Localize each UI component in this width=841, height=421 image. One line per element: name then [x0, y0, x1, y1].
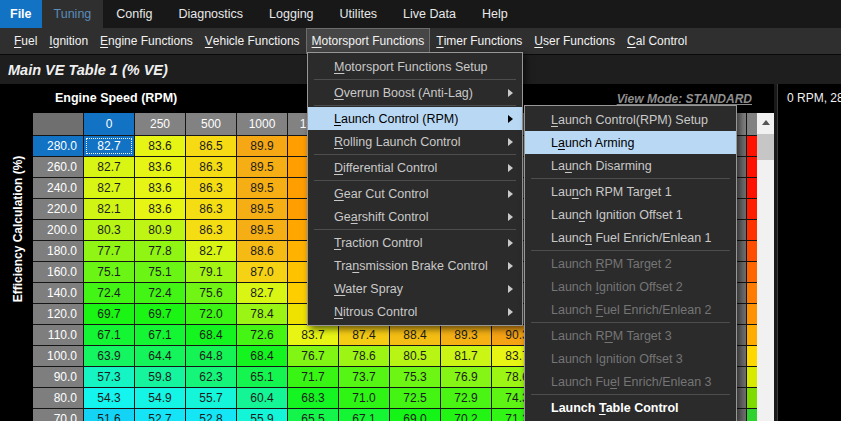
- table-cell[interactable]: 72.9: [441, 388, 491, 408]
- table-cell[interactable]: 87.4: [339, 325, 389, 345]
- table-cell[interactable]: [747, 262, 757, 282]
- table-cell[interactable]: 83.6: [135, 157, 185, 177]
- table-cell[interactable]: [747, 325, 757, 345]
- menu-item-gear-cut-control[interactable]: Gear Cut Control: [308, 182, 522, 205]
- table-cell[interactable]: 78.4: [237, 304, 287, 324]
- table-cell[interactable]: 70.2: [441, 409, 491, 421]
- menubar-item-config[interactable]: Config: [105, 0, 163, 28]
- menu-item-launch-control-rpm-setup[interactable]: Launch Control(RPM) Setup: [525, 108, 736, 131]
- row-header-220-0[interactable]: 220.0: [33, 199, 83, 219]
- table-cell[interactable]: [747, 346, 757, 366]
- menu-item-launch-arming[interactable]: Launch Arming: [525, 131, 736, 154]
- table-cell[interactable]: 86.3: [186, 199, 236, 219]
- row-header-100-0[interactable]: 100.0: [33, 346, 83, 366]
- menubar-item-fuel[interactable]: Fuel: [8, 28, 43, 54]
- table-cell[interactable]: [747, 136, 757, 156]
- table-cell[interactable]: [747, 304, 757, 324]
- table-cell[interactable]: 82.7: [84, 136, 134, 156]
- row-header-200-0[interactable]: 200.0: [33, 220, 83, 240]
- table-cell[interactable]: 87.0: [237, 262, 287, 282]
- menu-item-launch-control-rpm[interactable]: Launch Control (RPM): [308, 107, 522, 130]
- table-cell[interactable]: 86.3: [186, 220, 236, 240]
- table-cell[interactable]: 82.7: [84, 157, 134, 177]
- table-cell[interactable]: 82.1: [84, 199, 134, 219]
- table-cell[interactable]: 80.3: [84, 220, 134, 240]
- col-header-500[interactable]: 500: [186, 113, 236, 135]
- menu-item-differential-control[interactable]: Differential Control: [308, 156, 522, 179]
- table-cell[interactable]: 72.4: [84, 283, 134, 303]
- menubar-item-tuning[interactable]: Tuning: [42, 0, 104, 28]
- row-header-110-0[interactable]: 110.0: [33, 325, 83, 345]
- menu-item-transmission-brake-control[interactable]: Transmission Brake Control: [308, 254, 522, 277]
- col-header-1000[interactable]: 1000: [237, 113, 287, 135]
- menubar-item-user-functions[interactable]: User Functions: [528, 28, 621, 54]
- menubar-item-motorsport-functions[interactable]: Motorsport Functions: [306, 28, 431, 54]
- table-cell[interactable]: 68.4: [237, 346, 287, 366]
- menubar-item-file[interactable]: File: [0, 0, 42, 28]
- table-cell[interactable]: 88.6: [237, 241, 287, 261]
- table-cell[interactable]: [747, 409, 757, 421]
- table-cell[interactable]: 89.5: [237, 157, 287, 177]
- menu-item-water-spray[interactable]: Water Spray: [308, 277, 522, 300]
- row-header-240-0[interactable]: 240.0: [33, 178, 83, 198]
- table-cell[interactable]: 68.4: [186, 325, 236, 345]
- col-header-hidden-13[interactable]: [747, 113, 757, 135]
- table-cell[interactable]: 83.7: [288, 325, 338, 345]
- table-cell[interactable]: 75.1: [84, 262, 134, 282]
- table-cell[interactable]: 82.7: [186, 241, 236, 261]
- table-cell[interactable]: [747, 199, 757, 219]
- menu-item-launch-rpm-target-3[interactable]: Launch RPM Target 3: [525, 324, 736, 347]
- table-cell[interactable]: 54.9: [135, 388, 185, 408]
- table-cell[interactable]: [747, 241, 757, 261]
- row-header-260-0[interactable]: 260.0: [33, 157, 83, 177]
- table-cell[interactable]: 67.1: [135, 325, 185, 345]
- table-cell[interactable]: 75.6: [186, 283, 236, 303]
- table-cell[interactable]: 75.1: [135, 262, 185, 282]
- menubar-item-help[interactable]: Help: [471, 0, 519, 28]
- table-cell[interactable]: 81.7: [441, 346, 491, 366]
- menu-item-launch-table-control[interactable]: Launch Table Control: [525, 396, 736, 419]
- table-cell[interactable]: 82.7: [84, 178, 134, 198]
- table-cell[interactable]: 64.4: [135, 346, 185, 366]
- menubar-item-diagnostics[interactable]: Diagnostics: [167, 0, 254, 28]
- menu-item-nitrous-control[interactable]: Nitrous Control: [308, 300, 522, 323]
- table-cell[interactable]: 67.1: [84, 325, 134, 345]
- table-cell[interactable]: 72.6: [237, 325, 287, 345]
- row-header-140-0[interactable]: 140.0: [33, 283, 83, 303]
- table-cell[interactable]: 89.5: [237, 178, 287, 198]
- table-cell[interactable]: [747, 367, 757, 387]
- menu-item-launch-disarming[interactable]: Launch Disarming: [525, 154, 736, 177]
- table-cell[interactable]: 67.1: [339, 409, 389, 421]
- table-cell[interactable]: 62.3: [186, 367, 236, 387]
- table-cell[interactable]: 79.1: [186, 262, 236, 282]
- table-cell[interactable]: 52.8: [186, 409, 236, 421]
- menu-item-overrun-boost-anti-lag[interactable]: Overrun Boost (Anti-Lag): [308, 81, 522, 104]
- table-cell[interactable]: 83.6: [135, 136, 185, 156]
- table-cell[interactable]: [747, 220, 757, 240]
- table-cell[interactable]: 73.7: [339, 367, 389, 387]
- table-cell[interactable]: 72.5: [390, 388, 440, 408]
- table-cell[interactable]: 76.9: [441, 367, 491, 387]
- table-cell[interactable]: 80.5: [390, 346, 440, 366]
- table-cell[interactable]: 55.7: [186, 388, 236, 408]
- table-cell[interactable]: 76.7: [288, 346, 338, 366]
- table-cell[interactable]: 65.5: [288, 409, 338, 421]
- menu-item-traction-control[interactable]: Traction Control: [308, 231, 522, 254]
- menubar-item-ignition[interactable]: Ignition: [43, 28, 94, 54]
- row-header-80-0[interactable]: 80.0: [33, 388, 83, 408]
- col-header-250[interactable]: 250: [135, 113, 185, 135]
- table-cell[interactable]: 55.9: [237, 409, 287, 421]
- row-header-160-0[interactable]: 160.0: [33, 262, 83, 282]
- table-cell[interactable]: [747, 178, 757, 198]
- row-header-120-0[interactable]: 120.0: [33, 304, 83, 324]
- menu-item-launch-rpm-target-1[interactable]: Launch RPM Target 1: [525, 180, 736, 203]
- menu-item-launch-fuel-enrich-enlean-2[interactable]: Launch Fuel Enrich/Enlean 2: [525, 298, 736, 321]
- menubar-item-engine-functions[interactable]: Engine Functions: [94, 28, 199, 54]
- menu-item-launch-ignition-offset-3[interactable]: Launch Ignition Offset 3: [525, 347, 736, 370]
- menubar-item-utilites[interactable]: Utilites: [329, 0, 389, 28]
- row-header-180-0[interactable]: 180.0: [33, 241, 83, 261]
- table-cell[interactable]: 88.4: [390, 325, 440, 345]
- menubar-item-cal-control[interactable]: Cal Control: [621, 28, 693, 54]
- menubar-item-vehicle-functions[interactable]: Vehicle Functions: [199, 28, 306, 54]
- table-cell[interactable]: 72.0: [186, 304, 236, 324]
